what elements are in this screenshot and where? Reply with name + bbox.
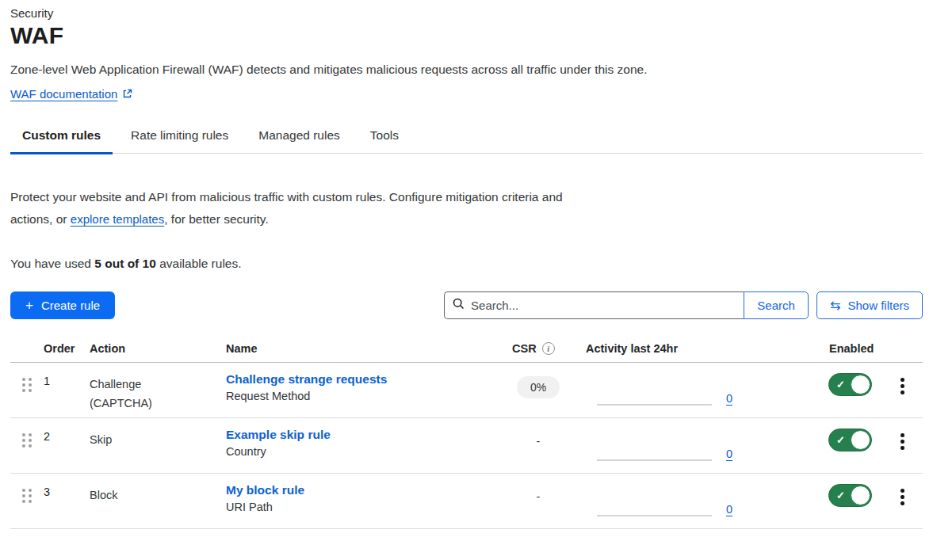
plus-icon: +: [25, 298, 33, 314]
page-description: Zone-level Web Application Firewall (WAF…: [10, 63, 923, 77]
usage-text: You have used 5 out of 10 available rule…: [10, 257, 923, 271]
drag-handle-icon[interactable]: [22, 489, 33, 503]
tab-rate-limiting-rules[interactable]: Rate limiting rules: [119, 128, 240, 154]
row-menu-button[interactable]: [896, 431, 909, 473]
rule-field: Request Method: [226, 390, 500, 402]
explore-templates-link[interactable]: explore templates: [71, 212, 164, 226]
header-csr-label: CSR: [512, 342, 537, 355]
header-enabled: Enabled: [819, 342, 882, 355]
check-icon: ✓: [836, 434, 845, 446]
search-input[interactable]: [471, 299, 736, 312]
rule-name-link[interactable]: Challenge strange requests: [226, 372, 387, 387]
drag-handle-icon[interactable]: [22, 378, 33, 392]
rules-table: Order Action Name CSRi Activity last 24h…: [10, 342, 923, 529]
rule-action: Challenge (CAPTCHA): [90, 363, 226, 417]
rule-enabled: ✓: [819, 418, 882, 473]
rule-activity: 0: [576, 363, 819, 417]
swap-arrows-icon: ⇆: [830, 298, 840, 313]
info-icon[interactable]: i: [542, 342, 555, 355]
rule-menu: [882, 474, 923, 528]
tab-tools[interactable]: Tools: [358, 128, 411, 154]
create-rule-button[interactable]: + Create rule: [10, 291, 115, 319]
show-filters-label: Show filters: [847, 299, 909, 312]
usage-before: You have used: [10, 257, 94, 270]
rule-csr: -: [500, 474, 576, 528]
page-title: WAF: [10, 22, 923, 49]
activity-sparkline: [597, 404, 712, 406]
rule-csr: -: [500, 418, 576, 473]
drag-handle-icon[interactable]: [22, 433, 33, 448]
cell-drag: [10, 418, 44, 473]
table-row: 1 Challenge (CAPTCHA) Challenge strange …: [10, 363, 923, 418]
rule-enabled: ✓: [819, 474, 882, 528]
cell-drag: [10, 474, 44, 528]
rule-action-label: Skip: [90, 430, 112, 449]
tabs: Custom rules Rate limiting rules Managed…: [10, 128, 923, 154]
rule-name-cell: Challenge strange requests Request Metho…: [226, 363, 500, 417]
activity-count-link[interactable]: 0: [726, 448, 732, 460]
search-box: [444, 291, 744, 319]
tab-managed-rules[interactable]: Managed rules: [247, 128, 352, 154]
doc-link-row: WAF documentation: [10, 87, 923, 102]
rule-field: URI Path: [226, 501, 500, 513]
header-csr: CSRi: [500, 342, 576, 355]
check-icon: ✓: [836, 490, 845, 501]
rule-order: 1: [44, 363, 90, 417]
rule-action: Block: [90, 474, 226, 528]
rule-activity: 0: [576, 418, 819, 473]
rule-activity: 0: [576, 474, 819, 528]
toggle-knob: [851, 486, 870, 505]
usage-count: 5 out of 10: [94, 257, 156, 270]
rule-name-cell: Example skip rule Country: [226, 418, 500, 473]
usage-after: available rules.: [156, 257, 242, 270]
search-button[interactable]: Search: [744, 291, 809, 319]
enabled-toggle[interactable]: ✓: [828, 373, 872, 396]
rule-action-label: Block: [90, 486, 117, 505]
rule-csr: 0%: [500, 363, 576, 417]
activity-count-link[interactable]: 0: [726, 504, 732, 516]
search-area: Search ⇆ Show filters: [444, 291, 923, 319]
rule-menu: [882, 418, 923, 473]
enabled-toggle[interactable]: ✓: [828, 484, 872, 507]
rule-field: Country: [226, 445, 500, 458]
rule-menu: [882, 363, 923, 417]
check-icon: ✓: [836, 379, 845, 390]
header-activity: Activity last 24hr: [576, 342, 819, 355]
rule-action: Skip: [90, 418, 226, 473]
cell-drag: [10, 363, 44, 417]
header-order: Order: [44, 342, 90, 355]
row-menu-button[interactable]: [896, 486, 909, 528]
tab-custom-rules[interactable]: Custom rules: [10, 128, 113, 154]
rule-order: 3: [44, 474, 90, 528]
csr-badge: 0%: [517, 376, 560, 398]
waf-documentation-link[interactable]: WAF documentation: [10, 87, 117, 101]
activity-sparkline: [597, 459, 712, 461]
rule-name-link[interactable]: My block rule: [226, 483, 304, 497]
row-menu-button[interactable]: [896, 375, 909, 417]
rule-action-label: Challenge (CAPTCHA): [90, 375, 173, 413]
table-row: 3 Block My block rule URI Path - 0 ✓: [10, 474, 923, 529]
search-icon: [453, 298, 465, 313]
enabled-toggle[interactable]: ✓: [828, 429, 872, 451]
toggle-knob: [851, 430, 870, 450]
activity-count-link[interactable]: 0: [726, 393, 732, 405]
rule-name-cell: My block rule URI Path: [226, 474, 500, 528]
external-link-icon: [122, 88, 132, 102]
rule-name-link[interactable]: Example skip rule: [226, 428, 331, 442]
intro-after: , for better security.: [164, 212, 269, 226]
rule-enabled: ✓: [819, 363, 882, 417]
header-name: Name: [226, 342, 500, 355]
create-rule-label: Create rule: [41, 299, 100, 312]
table-row: 2 Skip Example skip rule Country - 0 ✓: [10, 418, 923, 474]
waf-page: Security WAF Zone-level Web Application …: [0, 0, 933, 529]
activity-sparkline: [597, 515, 712, 516]
toolbar: + Create rule Search ⇆ Show filters: [10, 291, 923, 319]
show-filters-button[interactable]: ⇆ Show filters: [816, 291, 923, 319]
intro-text: Protect your website and API from malici…: [10, 186, 601, 230]
table-header: Order Action Name CSRi Activity last 24h…: [10, 342, 923, 363]
rule-order: 2: [44, 418, 90, 473]
toggle-knob: [851, 375, 870, 394]
header-action: Action: [90, 342, 226, 355]
breadcrumb-security: Security: [10, 6, 923, 20]
